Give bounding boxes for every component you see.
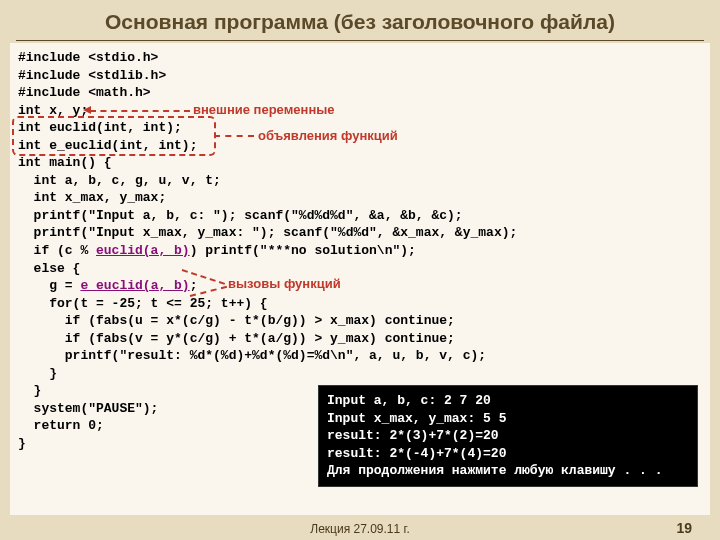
code-line: if (c % euclid(a, b)) printf("***no solu… bbox=[18, 242, 702, 260]
code-line: int x_max, y_max; bbox=[18, 189, 702, 207]
code-line: #include <math.h> bbox=[18, 84, 702, 102]
terminal-line: Для продолжения нажмите любую клавишу . … bbox=[327, 462, 689, 480]
annotation-func-decls: объявления функций bbox=[258, 127, 398, 145]
arrow bbox=[214, 135, 254, 137]
code-line: int main() { bbox=[18, 154, 702, 172]
annotation-func-calls: вызовы функций bbox=[228, 275, 341, 293]
code-line: int a, b, c, g, u, v, t; bbox=[18, 172, 702, 190]
code-line: #include <stdio.h> bbox=[18, 49, 702, 67]
code-line: printf("result: %d*(%d)+%d*(%d)=%d\n", a… bbox=[18, 347, 702, 365]
terminal-line: Input a, b, c: 2 7 20 bbox=[327, 392, 689, 410]
annotation-ext-vars: внешние переменные bbox=[193, 101, 335, 119]
code-line: printf("Input a, b, c: "); scanf("%d%d%d… bbox=[18, 207, 702, 225]
func-call: e_euclid(a, b) bbox=[80, 278, 189, 293]
terminal-line: result: 2*(-4)+7*(4)=20 bbox=[327, 445, 689, 463]
code-line: #include <stdlib.h> bbox=[18, 67, 702, 85]
code-line: g = e_euclid(a, b); bbox=[18, 277, 702, 295]
code-line: printf("Input x_max, y_max: "); scanf("%… bbox=[18, 224, 702, 242]
terminal-line: result: 2*(3)+7*(2)=20 bbox=[327, 427, 689, 445]
slide-title: Основная программа (без заголовочного фа… bbox=[16, 0, 704, 41]
terminal-line: Input x_max, y_max: 5 5 bbox=[327, 410, 689, 428]
code-line: else { bbox=[18, 260, 702, 278]
terminal-output: Input a, b, c: 2 7 20 Input x_max, y_max… bbox=[318, 385, 698, 487]
code-block: #include <stdio.h> #include <stdlib.h> #… bbox=[10, 43, 710, 515]
code-line: for(t = -25; t <= 25; t++) { bbox=[18, 295, 702, 313]
arrow bbox=[90, 110, 190, 112]
arrowhead-icon bbox=[83, 106, 91, 114]
code-line: if (fabs(u = x*(c/g) - t*(b/g)) > x_max)… bbox=[18, 312, 702, 330]
func-call: euclid(a, b) bbox=[96, 243, 190, 258]
footer-text: Лекция 27.09.11 г. bbox=[0, 522, 720, 536]
code-line: } bbox=[18, 365, 702, 383]
function-decl-box bbox=[12, 116, 216, 156]
page-number: 19 bbox=[676, 520, 692, 536]
code-line: if (fabs(v = y*(c/g) + t*(a/g)) > y_max)… bbox=[18, 330, 702, 348]
